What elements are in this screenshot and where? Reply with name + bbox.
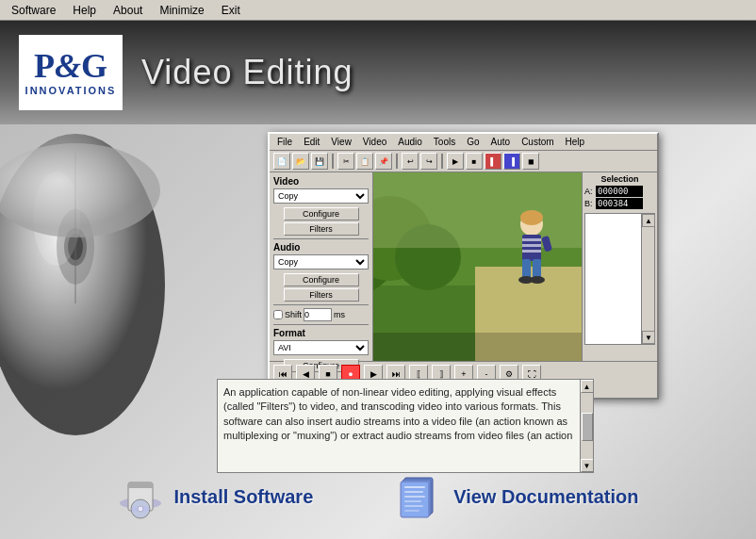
controls-separator2 (273, 304, 369, 305)
video-editor-window: File Edit View Video Audio Tools Go Auto… (268, 132, 659, 400)
toolbar-redo[interactable]: ↪ (420, 153, 437, 170)
editor-menu-edit[interactable]: Edit (300, 136, 323, 148)
filters-video-button[interactable]: Filters (284, 222, 359, 236)
toolbar-save[interactable]: 💾 (311, 153, 328, 170)
desc-scroll-up[interactable]: ▲ (581, 380, 594, 393)
shift-unit: ms (334, 310, 345, 319)
editor-menu-go[interactable]: Go (463, 136, 483, 148)
documentation-icon (397, 473, 444, 520)
description-scrollbar: ▲ ▼ (580, 380, 593, 472)
editor-right-panel: Selection A: 000000 B: 000384 ▲ ▼ (582, 172, 657, 361)
menu-exit[interactable]: Exit (214, 2, 248, 19)
install-software-button[interactable]: Install Software (117, 473, 313, 520)
menu-help[interactable]: Help (65, 2, 104, 19)
toolbar-new[interactable]: 📄 (273, 153, 290, 170)
editor-menu-auto[interactable]: Auto (487, 136, 515, 148)
svg-rect-18 (373, 172, 582, 248)
toolbar-cut[interactable]: ✂ (337, 153, 354, 170)
toolbar-filter1[interactable]: ▌ (485, 153, 501, 170)
video-section-label: Video (273, 176, 369, 187)
toolbar-undo[interactable]: ↩ (402, 153, 419, 170)
svg-rect-42 (404, 496, 425, 498)
scroll-up-arrow[interactable]: ▲ (642, 214, 655, 227)
desc-scroll-thumb[interactable] (582, 413, 593, 441)
logo-pg: P&G (34, 49, 107, 83)
menu-minimize[interactable]: Minimize (152, 2, 211, 19)
logo-innovations: INNOVATIONS (25, 85, 117, 96)
editor-menu-tools[interactable]: Tools (430, 136, 459, 148)
svg-rect-22 (522, 238, 541, 241)
selection-b-value: 000384 (596, 198, 643, 209)
svg-point-36 (131, 506, 150, 512)
toolbar-stop[interactable]: ■ (466, 153, 483, 170)
toolbar-filter2[interactable]: ▐ (503, 153, 520, 170)
selection-b-key: B: (584, 199, 594, 208)
editor-menu-custom[interactable]: Custom (518, 136, 557, 148)
description-panel: An application capable of non-linear vid… (217, 379, 594, 473)
editor-menu-file[interactable]: File (273, 136, 296, 148)
editor-menu-bar: File Edit View Video Audio Tools Go Auto… (270, 134, 657, 151)
audio-codec-dropdown[interactable]: Copy (273, 254, 369, 270)
shift-checkbox[interactable] (273, 310, 283, 319)
svg-point-20 (520, 210, 543, 225)
selection-a-key: A: (584, 187, 594, 196)
svg-rect-33 (128, 482, 153, 488)
format-dropdown[interactable]: AVI (273, 340, 369, 355)
desc-scroll-down[interactable]: ▼ (581, 459, 594, 472)
selection-label: Selection (584, 174, 655, 184)
svg-rect-40 (404, 486, 425, 488)
filters-audio-button[interactable]: Filters (284, 288, 359, 302)
configure-video-button[interactable]: Configure (284, 207, 359, 220)
editor-body: Video Copy Configure Filters Audio Copy … (270, 172, 657, 361)
main-background: P&G INNOVATIONS Video Editing File Edit … (0, 21, 756, 539)
toolbar-copy[interactable]: 📋 (356, 153, 373, 170)
svg-rect-30 (373, 333, 582, 361)
editor-menu-help[interactable]: Help (562, 136, 589, 148)
toolbar-open[interactable]: 📂 (292, 153, 309, 170)
desc-scroll-track (581, 393, 593, 459)
toolbar-paste[interactable]: 📌 (375, 153, 392, 170)
toolbar-sep2 (396, 154, 398, 169)
selection-a-value: 000000 (596, 186, 643, 197)
svg-rect-41 (404, 491, 423, 493)
logo-text: P&G (34, 47, 107, 85)
menu-about[interactable]: About (106, 2, 150, 19)
toolbar-sep1 (332, 154, 334, 169)
install-label: Install Software (173, 486, 313, 508)
svg-rect-24 (522, 250, 541, 253)
scroll-down-arrow[interactable]: ▼ (642, 331, 655, 344)
configure-audio-button[interactable]: Configure (284, 273, 359, 286)
shift-value-input[interactable] (304, 308, 332, 321)
editor-controls: Video Copy Configure Filters Audio Copy … (270, 172, 373, 361)
svg-rect-44 (404, 505, 423, 507)
editor-menu-view[interactable]: View (327, 136, 355, 148)
header: P&G INNOVATIONS Video Editing (0, 21, 756, 124)
mouse-decoration (0, 96, 160, 426)
video-preview (373, 172, 582, 361)
video-codec-dropdown[interactable]: Copy (273, 188, 369, 204)
svg-rect-45 (404, 510, 419, 512)
toolbar-play[interactable]: ▶ (447, 153, 464, 170)
editor-menu-video[interactable]: Video (359, 136, 390, 148)
controls-separator3 (273, 324, 369, 325)
header-title: Video Editing (141, 53, 353, 92)
documentation-label: View Documentation (453, 486, 638, 508)
controls-separator1 (273, 238, 369, 239)
shift-label: Shift (285, 310, 302, 319)
logo-box: P&G INNOVATIONS (19, 35, 123, 110)
install-icon (117, 473, 164, 520)
editor-menu-audio[interactable]: Audio (394, 136, 426, 148)
format-section-label: Format (273, 328, 369, 338)
description-text: An application capable of non-linear vid… (218, 380, 593, 449)
selection-a-row: A: 000000 (584, 186, 655, 197)
selection-b-row: B: 000384 (584, 198, 655, 209)
svg-rect-43 (404, 500, 421, 502)
menu-software[interactable]: Software (4, 2, 63, 19)
editor-toolbar: 📄 📂 💾 ✂ 📋 📌 ↩ ↪ ▶ ■ ▌ ▐ ◼ (270, 151, 657, 172)
audio-section-label: Audio (273, 242, 369, 253)
svg-point-29 (530, 276, 545, 284)
toolbar-filter3[interactable]: ◼ (522, 153, 539, 170)
view-documentation-button[interactable]: View Documentation (397, 473, 638, 520)
bottom-actions: Install Software View Document (0, 473, 756, 520)
shift-row: Shift ms (273, 308, 369, 321)
